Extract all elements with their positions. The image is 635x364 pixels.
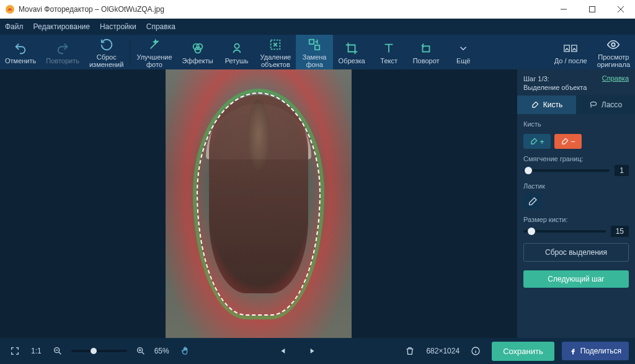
tab-brush[interactable]: Кисть [517,95,576,114]
zoom-in-button[interactable] [132,342,149,360]
maximize-button[interactable] [578,0,606,19]
minimize-button[interactable] [549,0,578,19]
original-label: Просмотр оригинала [597,53,630,68]
svg-point-4 [195,47,200,53]
remove-objects-button[interactable]: Удаление объектов [255,35,296,69]
brush-size-value: 15 [611,226,629,237]
zoom-value: 65% [154,347,169,355]
before-after-icon [564,42,577,55]
crop-button[interactable]: Обрезка [333,35,370,69]
delete-button[interactable] [401,342,419,360]
brush-modes: + − [523,134,629,149]
next-step-button[interactable]: Следующий шаг [523,270,629,288]
undo-button[interactable]: Отменить [0,35,41,69]
step-title: Выделение объекта [523,83,587,92]
bottom-bar: 1:1 65% 682×1024 Сохранить Поделиться [0,338,635,364]
softness-slider[interactable] [523,169,610,172]
undo-icon [14,42,27,55]
svg-rect-1 [590,7,595,12]
remove-label: Удаление объектов [260,53,291,68]
change-background-button[interactable]: Замена фона [296,35,333,69]
bg-icon [308,38,321,51]
scale-1-1[interactable]: 1:1 [31,347,42,355]
step-indicator: Шаг 1/3: Выделение объекта [523,74,587,92]
help-link[interactable]: Справка [602,74,629,82]
svg-rect-7 [309,39,314,43]
brush-minus-icon [561,137,569,146]
svg-point-13 [590,102,596,105]
eraser-label: Ластик [523,182,629,190]
brush-size-slider[interactable] [523,230,606,233]
share-button[interactable]: Поделиться [562,342,629,360]
app-icon [5,4,15,14]
brush-add-button[interactable]: + [523,134,551,149]
undo-label: Отменить [5,57,36,64]
retouch-icon [230,42,244,55]
eraser-button[interactable] [523,193,542,210]
menu-settings[interactable]: Настройки [100,22,136,31]
tab-lasso[interactable]: Лассо [576,95,635,114]
effects-label: Эффекты [182,57,213,64]
window-controls [549,0,635,19]
info-icon [471,346,481,356]
titlebar: Movavi Фоторедактор – OlGkOtWuZQA.jpg [0,0,635,19]
close-button[interactable] [606,0,635,19]
redo-button[interactable]: Повторить [41,35,84,69]
trash-icon [405,346,415,356]
save-button[interactable]: Сохранить [492,342,554,361]
zoom-slider[interactable] [71,350,127,352]
text-button[interactable]: Текст [370,35,407,69]
menu-edit[interactable]: Редактирование [33,22,90,31]
redo-label: Повторить [46,57,79,64]
more-label: Ещё [456,57,471,64]
menu-file[interactable]: Файл [5,22,24,31]
fit-screen-button[interactable] [6,342,24,360]
window-title: Movavi Фоторедактор – OlGkOtWuZQA.jpg [19,5,549,14]
svg-point-12 [612,43,616,47]
foreground-selection [197,92,321,316]
eraser-icon [528,197,538,206]
bg-label: Замена фона [303,53,327,68]
more-button[interactable]: Ещё [445,35,482,69]
before-after-label: До / после [554,57,587,64]
eye-icon [606,38,620,51]
reset-label: Сброс изменений [89,53,123,68]
photo [166,69,352,338]
reset-selection-button[interactable]: Сброс выделения [523,243,629,262]
tab-lasso-label: Лассо [602,100,622,109]
hand-tool-button[interactable] [177,342,194,360]
brush-plus-icon [530,137,538,146]
brush-icon [531,100,540,109]
canvas[interactable] [0,69,517,338]
redo-icon [56,42,69,55]
retouch-label: Ретушь [225,57,249,64]
info-button[interactable] [467,342,484,360]
chevron-down-icon [456,42,470,55]
menu-help[interactable]: Справка [146,22,175,31]
expand-icon [10,346,20,356]
main-toolbar: Отменить Повторить Сброс изменений Улучш… [0,35,635,69]
next-image-button[interactable] [303,342,321,360]
hand-icon [180,346,190,356]
text-icon [382,42,396,55]
retouch-button[interactable]: Ретушь [218,35,255,69]
reset-changes-button[interactable]: Сброс изменений [84,35,128,69]
softness-label: Смягчение границ: [523,155,629,162]
enhance-icon [148,38,161,51]
side-panel: Шаг 1/3: Выделение объекта Справка Кисть… [517,69,635,338]
brush-subtract-button[interactable]: − [554,134,582,149]
lasso-icon [589,100,598,109]
enhance-button[interactable]: Улучшение фото [131,35,177,69]
rotate-button[interactable]: Поворот [407,35,445,69]
prev-image-button[interactable] [275,342,292,360]
effects-button[interactable]: Эффекты [177,35,218,69]
brush-section-label: Кисть [523,120,629,128]
zoom-out-button[interactable] [49,342,66,360]
tab-brush-label: Кисть [543,100,562,109]
zoom-controls: 65% [49,342,169,360]
before-after-button[interactable]: До / после [549,35,592,69]
remove-icon [269,38,282,51]
view-original-button[interactable]: Просмотр оригинала [592,35,635,69]
svg-rect-8 [315,45,319,49]
triangle-right-icon [308,347,316,355]
